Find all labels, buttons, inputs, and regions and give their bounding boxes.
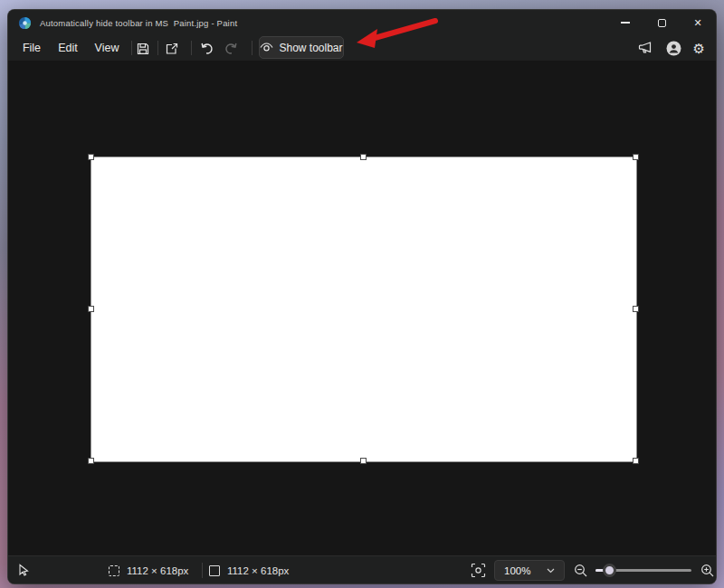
selection-handle-bottom-right[interactable] <box>633 458 639 464</box>
close-icon: ✕ <box>693 17 701 29</box>
workspace <box>8 61 716 557</box>
selection-handle-top-right[interactable] <box>633 154 639 160</box>
save-button[interactable] <box>135 41 150 56</box>
zoom-out-icon[interactable] <box>574 564 588 578</box>
selection-size-value: 1112 × 618px <box>127 565 188 576</box>
maximize-button[interactable] <box>643 10 680 35</box>
share-button[interactable] <box>164 41 179 56</box>
cursor-icon <box>17 564 30 577</box>
fit-to-window-icon[interactable] <box>471 563 486 578</box>
maximize-icon <box>658 19 666 27</box>
menu-view-label: View <box>95 42 119 54</box>
menu-separator <box>157 41 158 55</box>
selection-handle-top-left[interactable] <box>88 154 94 160</box>
annotation-arrow-icon <box>351 12 443 50</box>
megaphone-icon[interactable] <box>638 41 654 55</box>
account-icon[interactable] <box>666 41 681 56</box>
minimize-icon <box>621 22 630 23</box>
menu-separator <box>131 41 132 55</box>
eye-icon <box>260 43 273 52</box>
selection-handle-middle-left[interactable] <box>88 306 94 312</box>
drawing-canvas[interactable] <box>91 157 636 461</box>
selection-handle-middle-right[interactable] <box>633 306 639 312</box>
zoom-in-icon[interactable] <box>700 564 715 578</box>
canvas-size-value: 1112 × 618px <box>227 565 289 576</box>
selection-handle-bottom-middle[interactable] <box>360 458 367 464</box>
selection-handle-bottom-left[interactable] <box>88 458 94 464</box>
canvas-size-icon <box>209 565 220 576</box>
window-title: Automatically hide toolbar in MS Paint.j… <box>40 18 237 28</box>
chevron-down-icon <box>547 568 555 574</box>
menu-edit-label: Edit <box>58 42 78 54</box>
redo-button[interactable] <box>224 41 239 56</box>
zoom-slider[interactable] <box>595 569 691 572</box>
menu-edit[interactable]: Edit <box>52 35 84 61</box>
menu-file[interactable]: File <box>15 35 48 61</box>
selection-size-icon <box>109 565 119 576</box>
undo-icon <box>199 41 214 56</box>
save-icon <box>136 42 150 56</box>
status-bar: 1112 × 618px 1112 × 618px 100% <box>8 555 716 583</box>
minimize-button[interactable] <box>607 10 643 35</box>
gear-icon[interactable]: ⚙ <box>693 42 705 55</box>
show-toolbar-label: Show toolbar <box>279 42 342 54</box>
undo-button[interactable] <box>199 41 214 56</box>
redo-icon <box>224 41 239 56</box>
menu-separator <box>252 41 252 55</box>
share-icon <box>165 42 179 56</box>
selection-handle-top-middle[interactable] <box>360 154 367 160</box>
paint-window: Automatically hide toolbar in MS Paint.j… <box>7 9 717 584</box>
zoom-dropdown[interactable]: 100% <box>494 560 565 581</box>
menu-file-label: File <box>23 42 41 54</box>
close-button[interactable]: ✕ <box>680 10 716 35</box>
show-toolbar-button[interactable]: Show toolbar <box>259 36 344 59</box>
status-separator <box>202 563 203 578</box>
menu-separator <box>191 41 192 55</box>
paint-app-icon <box>18 16 32 30</box>
zoom-slider-thumb[interactable] <box>603 564 616 577</box>
zoom-value: 100% <box>504 565 530 576</box>
menu-view[interactable]: View <box>88 35 126 61</box>
